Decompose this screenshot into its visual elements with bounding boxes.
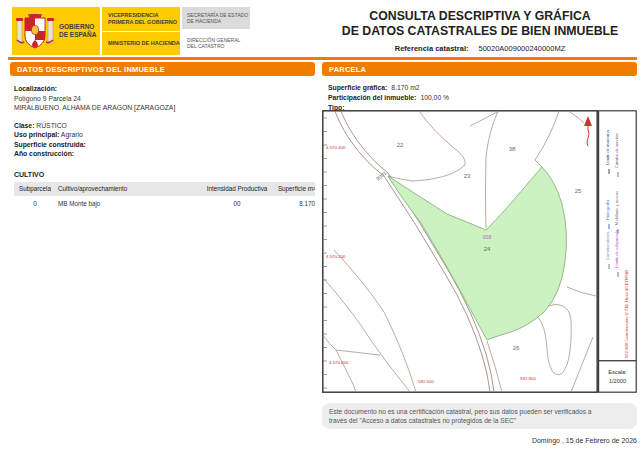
legend-item: Mobiliario y aceras bbox=[614, 191, 619, 225]
cadastral-map-figure: 22 23 38 25 24 26 9001 008 4.570.400 4.5… bbox=[322, 110, 637, 393]
superficie-label: Superficie construida: bbox=[14, 141, 86, 148]
parcel-number: 26 bbox=[513, 345, 520, 351]
direccion-label: DIRECCIÓN GENERAL DEL CATASTRO bbox=[182, 33, 250, 53]
legend-item: Hidrografía bbox=[605, 199, 610, 220]
reference-label: Referencia catastral: bbox=[395, 44, 469, 53]
logo-ministry-block: VICEPRESIDENCIA PRIMERA DEL GOBIERNO MIN… bbox=[102, 7, 180, 55]
scale-value: 1/2000 bbox=[609, 378, 626, 384]
col-subparcela: Subparcela bbox=[14, 184, 56, 194]
legend-item: Límite de subparcela bbox=[614, 229, 619, 268]
disclaimer-line1: Este documento no es una certificación c… bbox=[329, 407, 630, 416]
participacion-row: Participación del inmueble:100,00 % bbox=[328, 93, 449, 103]
legend-item: Límite de manzana bbox=[605, 129, 610, 165]
map-edge-ticks bbox=[324, 118, 328, 388]
superficie-grafica-row: Superficie gráfica:8.170 m2 bbox=[328, 83, 449, 93]
col-superficie: Superficie m² bbox=[272, 184, 315, 194]
scale-label: Escala: bbox=[608, 369, 627, 375]
cultivo-table: Subparcela Cultivo/aprovechamiento Inten… bbox=[14, 182, 315, 211]
subparcel-label: 008 bbox=[483, 234, 492, 240]
disclaimer-line2: través del "Acceso a datos catastrales n… bbox=[329, 416, 630, 425]
legend-item: Camino de servicio bbox=[614, 132, 619, 168]
ano-label: Año construcción: bbox=[14, 150, 74, 157]
parcel-number: 23 bbox=[464, 173, 471, 179]
logo-gobierno-text: GOBIERNO DE ESPAÑA bbox=[59, 23, 96, 39]
superficie-grafica-label: Superficie gráfica: bbox=[328, 84, 387, 91]
parcel-number: 38 bbox=[509, 146, 516, 152]
cultivo-table-header: Subparcela Cultivo/aprovechamiento Inten… bbox=[14, 182, 315, 196]
col-cultivo: Cultivo/aprovechamiento bbox=[56, 184, 202, 194]
cadastral-document: GOBIERNO DE ESPAÑA VICEPRESIDENCIA PRIME… bbox=[0, 0, 640, 452]
ministry-line1: VICEPRESIDENCIA PRIMERA DEL GOBIERNO bbox=[102, 7, 180, 31]
title-line1: CONSULTA DESCRIPTIVA Y GRÁFICA bbox=[330, 9, 630, 24]
clase-value: RÚSTICO bbox=[36, 122, 67, 129]
document-title: CONSULTA DESCRIPTIVA Y GRÁFICA DE DATOS … bbox=[330, 9, 630, 53]
utm-note: 592.800 Coordenadas U.T.M. Huso 30 ETRS8… bbox=[624, 269, 629, 358]
cadastral-map: 22 23 38 25 24 26 9001 008 4.570.400 4.5… bbox=[322, 110, 598, 393]
parcel-number: 25 bbox=[575, 188, 582, 194]
parcel-number: 22 bbox=[397, 142, 404, 148]
right-section-header: PARCELA bbox=[322, 62, 637, 76]
secretaria-label: SECRETARÍA DE ESTADO DE HACIENDA bbox=[182, 7, 250, 29]
legend-item: Construcciones bbox=[605, 232, 610, 260]
parcel-number-highlighted: 24 bbox=[484, 246, 491, 252]
cultivo-title: CULTIVO bbox=[14, 170, 314, 180]
col-intensidad: Intensidad Productiva bbox=[202, 184, 272, 194]
y-coordinate: 4.570.000 bbox=[329, 360, 349, 365]
gov-line1: GOBIERNO bbox=[59, 23, 96, 31]
spain-coat-of-arms-icon bbox=[15, 10, 55, 52]
map-sidebar: Límite de manzana Camino de servicio Hid… bbox=[598, 110, 637, 393]
participacion-label: Participación del inmueble: bbox=[328, 94, 416, 101]
logo-directorate-block: SECRETARÍA DE ESTADO DE HACIENDA DIRECCI… bbox=[182, 7, 250, 55]
uso-row: Uso principal: Agrario bbox=[14, 130, 314, 140]
reference-value: 50020A009000240000MZ bbox=[479, 44, 566, 53]
government-logo: GOBIERNO DE ESPAÑA VICEPRESIDENCIA PRIME… bbox=[12, 7, 250, 55]
superficie-grafica-value: 8.170 m2 bbox=[391, 84, 419, 91]
cell-subparcela: 0 bbox=[14, 199, 56, 209]
cell-cultivo: MB Monte bajo bbox=[56, 199, 202, 209]
uso-value: Agrario bbox=[61, 131, 83, 138]
uso-label: Uso principal: bbox=[14, 131, 59, 138]
ano-row: Año construcción: bbox=[14, 149, 314, 159]
table-row: 0 MB Monte bajo 00 8.170 bbox=[14, 196, 315, 212]
cell-intensidad: 00 bbox=[202, 199, 272, 209]
x-coordinate: 592.600 bbox=[418, 379, 434, 384]
clase-label: Clase: bbox=[14, 122, 34, 129]
x-coordinate: 592.800 bbox=[520, 376, 536, 381]
localizacion-line2: MIRALBUENO. ALHAMA DE ARAGON [ZARAGOZA] bbox=[14, 103, 314, 113]
participacion-value: 100,00 % bbox=[420, 94, 449, 101]
descriptive-data-panel: Localización: Polígono 9 Parcela 24 MIRA… bbox=[14, 84, 314, 211]
logo-gobierno-block: GOBIERNO DE ESPAÑA bbox=[12, 7, 100, 55]
cadastral-reference: Referencia catastral:50020A009000240000M… bbox=[330, 44, 630, 53]
parcel-data-panel: Superficie gráfica:8.170 m2 Participació… bbox=[328, 83, 449, 113]
y-coordinate: 4.570.400 bbox=[326, 145, 346, 150]
gov-line2: DE ESPAÑA bbox=[59, 31, 96, 39]
title-line2: DE DATOS CATASTRALES DE BIEN INMUEBLE bbox=[330, 24, 630, 39]
localizacion-label: Localización: bbox=[14, 84, 314, 94]
cell-superficie: 8.170 bbox=[272, 199, 315, 209]
y-coordinate: 4.570.200 bbox=[326, 254, 346, 259]
document-date: Domingo , 15 de Febrero de 2026 bbox=[322, 437, 637, 444]
header-divider bbox=[8, 57, 637, 60]
superficie-row: Superficie construida: bbox=[14, 140, 314, 150]
localizacion-line1: Polígono 9 Parcela 24 bbox=[14, 94, 314, 104]
left-section-header: DATOS DESCRIPTIVOS DEL INMUEBLE bbox=[10, 62, 315, 76]
clase-row: Clase: RÚSTICO bbox=[14, 121, 314, 131]
ministry-line2: MINISTERIO DE HACIENDA bbox=[102, 31, 180, 56]
disclaimer-box: Este documento no es una certificación c… bbox=[322, 403, 637, 429]
